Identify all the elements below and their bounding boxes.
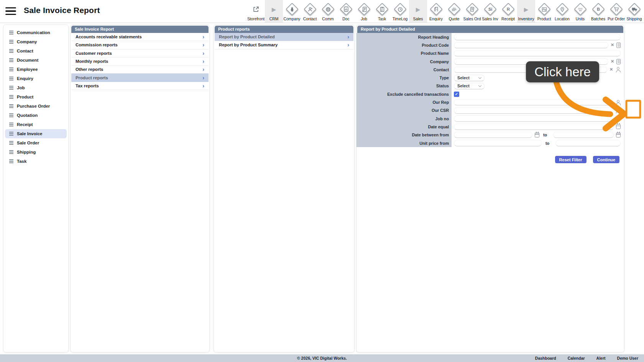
sidebar-item-quotation[interactable]: Quotation — [5, 111, 67, 120]
footer-link-calendar[interactable]: Calendar — [562, 356, 591, 360]
sidebar-item-label: Quotation — [17, 113, 38, 118]
our-rep-person-lookup-icon[interactable] — [615, 100, 621, 105]
toolbar-item-task[interactable]: Task — [373, 0, 391, 23]
sidebar-item-employee[interactable]: Employee — [5, 65, 67, 74]
sales-order-note-icon — [468, 3, 477, 16]
toolbar-item-doc[interactable]: Doc — [337, 0, 355, 23]
job-no-input[interactable] — [454, 115, 621, 122]
toolbar-item-label: Units — [576, 17, 585, 21]
calendar-icon[interactable] — [616, 133, 621, 138]
reset-filter-button[interactable]: Reset Filter — [555, 156, 586, 163]
report-menu-item-commission-reports[interactable]: Commission reports — [71, 41, 209, 49]
toolbar-item-label: Task — [378, 17, 386, 21]
play-arrow-icon: ▶ — [416, 3, 421, 16]
toolbar-item-sales-ord[interactable]: Sales Ord — [463, 0, 481, 23]
toolbar-item-inventory[interactable]: ▶Inventory — [517, 0, 535, 23]
product-lookup-book-icon[interactable] — [616, 43, 621, 48]
sidebar-item-purchase-order[interactable]: Purchase Order — [5, 102, 67, 111]
report-menu-item-other-reports[interactable]: Other reports — [71, 66, 209, 74]
report-menu-item-customer-reports[interactable]: Customer reports — [71, 49, 209, 57]
report-heading-input[interactable] — [454, 34, 621, 40]
list-lines-icon — [9, 49, 13, 53]
toolbar-item-contact[interactable]: Contact — [301, 0, 319, 23]
type-select[interactable]: Select — [454, 75, 485, 81]
product-reports-header: Product reports — [215, 26, 353, 33]
report-menu-item-product-reports[interactable]: Product reports — [71, 74, 209, 82]
toolbar-item-units[interactable]: Units — [571, 0, 589, 23]
date-between-to-input[interactable] — [553, 132, 614, 138]
footer-link-alert[interactable]: Alert — [591, 356, 611, 360]
our-csr-input[interactable] — [454, 107, 613, 114]
form-row: Report Heading — [356, 33, 624, 41]
status-select[interactable]: Select — [454, 83, 485, 89]
form-row: Our CSR — [356, 106, 624, 115]
toolbar-item-crm[interactable]: ▶CRM — [265, 0, 283, 23]
toolbar-item-label: Comm — [322, 17, 334, 21]
product-report-item-report-by-product-summary[interactable]: Report by Product Summary — [215, 41, 353, 49]
unit-price-to-input[interactable] — [555, 140, 621, 146]
sidebar-item-label: Sale Order — [17, 141, 39, 145]
company-label: Company — [356, 57, 452, 66]
sidebar-item-enquiry[interactable]: Enquiry — [5, 74, 67, 83]
product-name-input[interactable] — [454, 50, 621, 57]
task-clipboard-icon — [378, 3, 387, 16]
date-equal-input[interactable] — [454, 124, 614, 130]
toolbar-item-batches[interactable]: BBatches — [589, 0, 607, 23]
footer-bar: © 2026, VIC Digital Works. Dashboard Cal… — [0, 354, 644, 362]
clear-x-icon[interactable] — [611, 43, 614, 47]
toolbar-item-job[interactable]: Job — [355, 0, 373, 23]
toolbar-item-storefront[interactable]: Storefront — [247, 0, 265, 23]
footer-link-demo-user[interactable]: Demo User — [611, 356, 644, 360]
sidebar-item-sale-order[interactable]: Sale Order — [5, 138, 67, 147]
product-code-label: Product Code — [356, 41, 452, 49]
report-menu-item-monthly-reports[interactable]: Monthly reports — [71, 57, 209, 66]
toolbar-item-shipping[interactable]: Shipping — [625, 0, 643, 23]
toolbar-item-sales[interactable]: ▶Sales — [409, 0, 427, 23]
quote-lines-icon — [450, 3, 459, 16]
sidebar-item-shipping[interactable]: Shipping — [5, 147, 67, 157]
chevron-right-icon — [347, 34, 349, 39]
footer-link-dashboard[interactable]: Dashboard — [529, 356, 562, 360]
continue-button[interactable]: Continue — [593, 156, 620, 163]
toolbar-item-quote[interactable]: Quote — [445, 0, 463, 23]
sidebar-item-document[interactable]: Document — [5, 56, 67, 65]
toolbar-item-timelog[interactable]: TimeLog — [391, 0, 409, 23]
sidebar-item-product[interactable]: Product — [5, 92, 67, 102]
clear-x-icon[interactable] — [610, 67, 613, 72]
status-label: Status — [356, 82, 452, 90]
calendar-icon[interactable] — [535, 133, 539, 138]
exclude-cancelled-checkbox[interactable] — [454, 92, 459, 97]
clear-x-icon[interactable] — [611, 59, 614, 64]
sidebar-item-company[interactable]: Company — [5, 37, 67, 46]
date-between-from-input[interactable] — [454, 132, 532, 138]
hamburger-menu-icon[interactable] — [5, 7, 16, 15]
toolbar-item-company[interactable]: Company — [283, 0, 301, 23]
our-csr-person-lookup-icon[interactable] — [615, 108, 621, 113]
sidebar-item-communication[interactable]: Communication — [5, 28, 67, 37]
product-reports-list: Report by Product Detailed Report by Pro… — [214, 33, 354, 49]
our-rep-input[interactable] — [454, 99, 613, 106]
product-report-item-report-by-product-detailed[interactable]: Report by Product Detailed — [215, 33, 353, 41]
toolbar-item-product[interactable]: Product — [535, 0, 553, 23]
toolbar-item-receipt[interactable]: RReceipt — [499, 0, 517, 23]
truck-icon — [630, 3, 639, 16]
contact-person-lookup-icon[interactable] — [615, 67, 621, 72]
sidebar-item-sale-invoice[interactable]: Sale Invoice — [5, 129, 67, 138]
company-lookup-book-icon[interactable] — [616, 59, 621, 64]
toolbar-item-sales-inv[interactable]: SiSales Inv — [481, 0, 499, 23]
toolbar-item-enquiry[interactable]: Enquiry — [427, 0, 445, 23]
sidebar-item-contact[interactable]: Contact — [5, 46, 67, 56]
sidebar-item-receipt[interactable]: Receipt — [5, 120, 67, 129]
report-menu-item-tax-reports[interactable]: Tax reports — [71, 82, 209, 90]
toolbar-item-location[interactable]: Location — [553, 0, 571, 23]
sidebar-item-job[interactable]: Job — [5, 83, 67, 92]
sidebar-item-task[interactable]: Task — [5, 157, 67, 166]
unit-price-from-input[interactable] — [454, 140, 542, 146]
calendar-icon[interactable] — [616, 124, 621, 129]
toolbar-item-label: Sales Inv — [482, 17, 498, 21]
list-lines-icon — [9, 95, 13, 99]
report-menu-item-accounts-receivable-statements[interactable]: Accounts receivable statements — [71, 33, 209, 41]
toolbar-item-comm[interactable]: Comm — [319, 0, 337, 23]
product-code-input[interactable] — [454, 42, 608, 49]
toolbar-item-pur-order[interactable]: Pur Order — [607, 0, 625, 23]
